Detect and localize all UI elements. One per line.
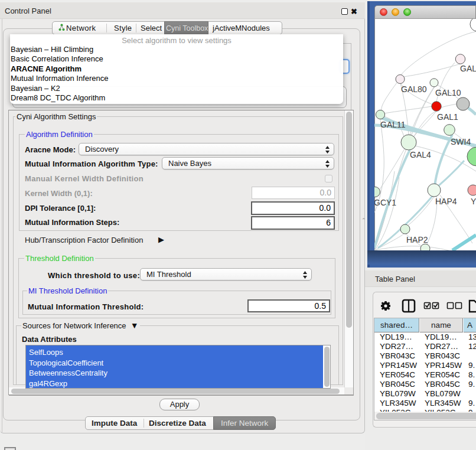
svg-text:GAL7: GAL7	[460, 64, 476, 73]
svg-text:SWI4: SWI4	[451, 137, 471, 146]
svg-text:GAL4: GAL4	[410, 150, 431, 159]
svg-text:GAL1: GAL1	[437, 112, 458, 122]
svg-text:GAL11: GAL11	[380, 120, 406, 129]
svg-text:HAP2: HAP2	[406, 235, 428, 244]
svg-text:GAL10: GAL10	[435, 88, 461, 97]
svg-text:GCY1: GCY1	[374, 198, 396, 207]
svg-text:HAP4: HAP4	[435, 197, 457, 206]
svg-text:YJ: YJ	[471, 197, 476, 206]
svg-text:GAL80: GAL80	[401, 84, 427, 94]
